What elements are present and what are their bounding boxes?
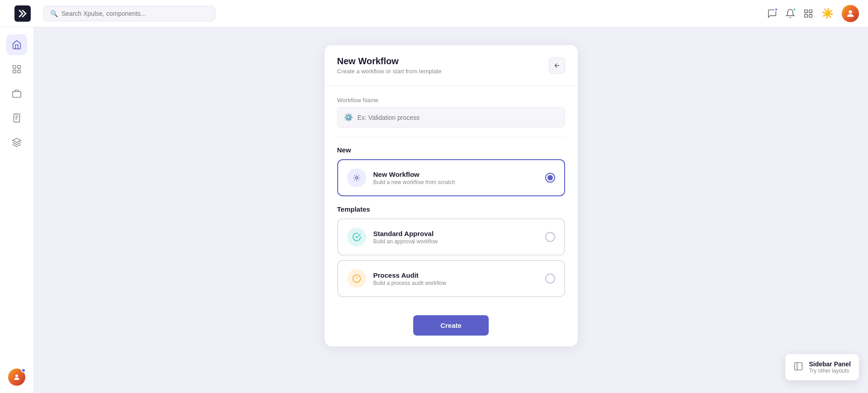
search-input[interactable]	[61, 10, 208, 17]
sidebar-avatar-badge	[21, 368, 26, 373]
sidebar-panel-hint[interactable]: Sidebar Panel Try other layouts	[785, 354, 859, 380]
new-workflow-desc: Build a new workflow from scratch	[373, 179, 538, 185]
svg-rect-2	[805, 14, 807, 17]
bell-icon[interactable]	[785, 9, 795, 19]
modal-title: New Workflow	[337, 56, 442, 66]
svg-marker-11	[13, 138, 21, 142]
sidebar-item-briefcase[interactable]	[6, 83, 27, 104]
svg-point-12	[15, 374, 18, 377]
grid-icon[interactable]	[803, 9, 813, 19]
svg-point-13	[355, 177, 358, 179]
sidebar-item-dashboard[interactable]	[6, 34, 27, 55]
sidebar-bottom	[8, 369, 25, 386]
back-button[interactable]	[549, 57, 565, 74]
new-workflow-title: New Workflow	[373, 170, 538, 178]
option-new-workflow[interactable]: New Workflow Build a new workflow from s…	[337, 159, 565, 196]
workflow-name-input-wrapper[interactable]: ⚙️	[337, 107, 565, 128]
chat-badge	[774, 8, 778, 11]
avatar-image	[842, 5, 859, 22]
header: 🔍 ☀️	[0, 0, 868, 27]
search-bar[interactable]: 🔍	[43, 6, 215, 21]
new-section: New New Workflow Build a new	[337, 146, 565, 196]
section-templates-title: Templates	[337, 205, 565, 213]
standard-approval-text: Standard Approval Build an approval work…	[373, 230, 538, 245]
process-audit-title: Process Audit	[373, 271, 538, 279]
sidebar-item-layers[interactable]	[6, 132, 27, 153]
modal-body: Workflow Name ⚙️ New	[325, 86, 578, 308]
sidebar-panel-subtitle: Try other layouts	[809, 368, 851, 374]
svg-rect-5	[13, 66, 16, 68]
gear-icon: ⚙️	[344, 113, 353, 122]
header-right: ☀️	[767, 5, 859, 22]
modal-header: New Workflow Create a workflow or start …	[325, 45, 578, 86]
sidebar-item-grid[interactable]	[6, 59, 27, 80]
process-audit-desc: Build a process audit workflow	[373, 280, 538, 286]
svg-point-4	[849, 10, 852, 13]
svg-rect-10	[14, 114, 20, 122]
standard-approval-title: Standard Approval	[373, 230, 538, 237]
svg-rect-17	[795, 362, 802, 370]
templates-section: Templates Standard Approval Build an app…	[337, 205, 565, 297]
new-workflow-radio[interactable]	[545, 173, 555, 183]
user-avatar[interactable]	[842, 5, 859, 22]
main-content: New Workflow Create a workflow or start …	[34, 27, 868, 393]
process-audit-radio[interactable]	[545, 274, 555, 284]
theme-icon[interactable]: ☀️	[821, 8, 834, 19]
workflow-name-text-input[interactable]	[358, 114, 558, 121]
section-new-title: New	[337, 146, 565, 154]
sidebar-panel-text: Sidebar Panel Try other layouts	[809, 360, 851, 374]
chat-icon[interactable]	[767, 9, 777, 19]
field-label: Workflow Name	[337, 97, 565, 104]
modal-subtitle: Create a workflow or start from template	[337, 68, 442, 75]
modal-header-text: New Workflow Create a workflow or start …	[337, 56, 442, 75]
svg-rect-9	[13, 91, 21, 97]
bell-badge	[793, 8, 796, 11]
sidebar-user-avatar[interactable]	[8, 369, 25, 386]
radio-inner-selected	[547, 175, 553, 180]
standard-approval-radio[interactable]	[545, 232, 555, 242]
process-audit-icon	[347, 269, 366, 288]
logo-icon[interactable]	[14, 5, 31, 22]
workflow-modal: New Workflow Create a workflow or start …	[325, 45, 578, 346]
standard-approval-desc: Build an approval workflow	[373, 238, 538, 245]
svg-rect-6	[18, 66, 20, 68]
option-standard-approval[interactable]: Standard Approval Build an approval work…	[337, 218, 565, 256]
process-audit-text: Process Audit Build a process audit work…	[373, 271, 538, 286]
new-workflow-icon	[347, 168, 366, 187]
sidebar-panel-icon	[793, 361, 803, 374]
create-button[interactable]: Create	[413, 315, 489, 336]
search-icon: 🔍	[50, 10, 58, 17]
sidebar-panel-title: Sidebar Panel	[809, 360, 851, 368]
standard-approval-icon	[347, 227, 366, 246]
workflow-name-field: Workflow Name ⚙️	[337, 97, 565, 128]
sidebar	[0, 27, 34, 393]
svg-rect-8	[18, 70, 20, 73]
sidebar-item-document[interactable]	[6, 108, 27, 128]
modal-footer: Create	[325, 308, 578, 346]
svg-rect-7	[13, 70, 16, 73]
option-process-audit[interactable]: Process Audit Build a process audit work…	[337, 260, 565, 297]
svg-rect-3	[809, 14, 812, 17]
divider-1	[337, 137, 565, 137]
svg-rect-1	[809, 9, 812, 12]
svg-rect-0	[805, 9, 807, 12]
body-container: New Workflow Create a workflow or start …	[0, 27, 868, 393]
new-workflow-text: New Workflow Build a new workflow from s…	[373, 170, 538, 185]
logo-area	[9, 5, 36, 22]
